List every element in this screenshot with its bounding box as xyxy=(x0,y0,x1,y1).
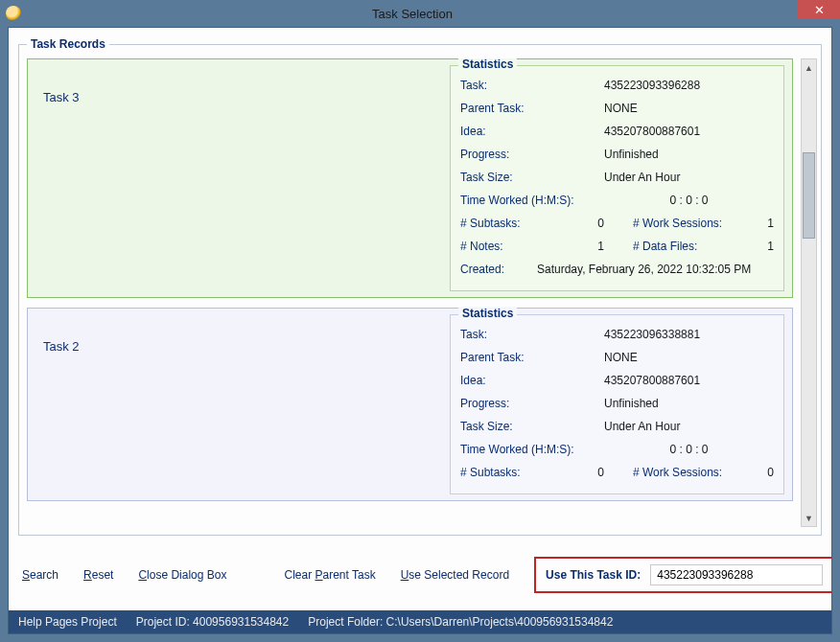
stat-label-subtasks: # Subtasks: xyxy=(460,466,585,479)
stat-value-subtasks: 0 xyxy=(585,466,633,479)
close-dialog-link[interactable]: Close Dialog Box xyxy=(138,568,226,582)
scroll-down-arrow-icon[interactable]: ▼ xyxy=(802,510,816,526)
task-record[interactable]: Task 2 Statistics Task:435223096338881 P… xyxy=(27,308,793,501)
stat-label-progress: Progress: xyxy=(460,148,604,161)
scroll-track[interactable] xyxy=(802,76,816,510)
statistics-group: Statistics Task:435223093396288 Parent T… xyxy=(450,65,784,291)
stat-value-notes: 1 xyxy=(585,240,633,253)
task-name: Task 2 xyxy=(28,309,450,500)
stat-value-sessions: 1 xyxy=(748,217,774,230)
stat-value-datafiles: 1 xyxy=(748,240,774,253)
stat-value-created: Saturday, February 26, 2022 10:32:05 PM xyxy=(537,263,774,276)
stat-label-task: Task: xyxy=(460,328,604,341)
client-area: Task Records Task 3 Statistics Task:4352… xyxy=(8,27,832,634)
action-bar: Search Reset Close Dialog Box Clear Pare… xyxy=(9,541,831,610)
scroll-thumb[interactable] xyxy=(803,152,815,239)
stat-value-subtasks: 0 xyxy=(585,217,633,230)
task-selection-window: Task Selection ✕ Task Records Task 3 Sta… xyxy=(0,0,840,642)
stat-value-progress: Unfinished xyxy=(604,397,774,410)
close-icon: ✕ xyxy=(814,3,825,17)
stat-value-idea: 435207800887601 xyxy=(604,125,774,138)
use-selected-record-link[interactable]: Use Selected Record xyxy=(401,568,509,582)
stat-label-time: Time Worked (H:M:S): xyxy=(460,443,604,456)
use-this-task-id-label: Use This Task ID: xyxy=(546,568,641,582)
task-record[interactable]: Task 3 Statistics Task:435223093396288 P… xyxy=(27,58,793,298)
content-area: Task Records Task 3 Statistics Task:4352… xyxy=(9,28,831,610)
task-records-legend: Task Records xyxy=(27,37,109,51)
stat-value-time: 0 : 0 : 0 xyxy=(604,443,774,456)
task-name: Task 3 xyxy=(28,59,450,297)
statistics-legend: Statistics xyxy=(458,307,517,320)
scroll-up-arrow-icon[interactable]: ▲ xyxy=(802,59,816,76)
close-button[interactable]: ✕ xyxy=(798,0,840,19)
stat-label-sessions: # Work Sessions: xyxy=(633,466,748,479)
stat-label-subtasks: # Subtasks: xyxy=(460,217,585,230)
stat-label-size: Task Size: xyxy=(460,420,604,433)
statistics-legend: Statistics xyxy=(458,58,517,71)
stat-label-progress: Progress: xyxy=(460,397,604,410)
stat-label-time: Time Worked (H:M:S): xyxy=(460,194,604,207)
stat-label-created: Created: xyxy=(460,263,537,276)
reset-link[interactable]: Reset xyxy=(83,568,113,582)
stat-value-size: Under An Hour xyxy=(604,420,774,433)
records-list: Task 3 Statistics Task:435223093396288 P… xyxy=(27,58,797,527)
stat-value-task: 435223096338881 xyxy=(604,328,774,341)
stat-label-size: Task Size: xyxy=(460,171,604,184)
window-title: Task Selection xyxy=(27,7,798,21)
stat-value-time: 0 : 0 : 0 xyxy=(604,194,774,207)
stat-value-progress: Unfinished xyxy=(604,148,774,161)
status-project-folder: Project Folder: C:\Users\Darren\Projects… xyxy=(308,615,613,629)
stat-value-task: 435223093396288 xyxy=(604,79,774,92)
stat-label-datafiles: # Data Files: xyxy=(633,240,748,253)
statistics-group: Statistics Task:435223096338881 Parent T… xyxy=(450,314,784,494)
stat-value-sessions: 0 xyxy=(748,466,774,479)
stat-label-notes: # Notes: xyxy=(460,240,585,253)
stat-value-size: Under An Hour xyxy=(604,171,774,184)
stat-value-parent: NONE xyxy=(604,102,774,115)
stat-value-parent: NONE xyxy=(604,351,774,364)
titlebar[interactable]: Task Selection ✕ xyxy=(0,0,840,27)
task-records-group: Task Records Task 3 Statistics Task:4352… xyxy=(18,37,822,536)
status-project-id: Project ID: 400956931534842 xyxy=(136,615,289,629)
clear-parent-task-link[interactable]: Clear Parent Task xyxy=(284,568,375,582)
use-this-task-id-group: Use This Task ID: xyxy=(534,557,831,593)
stat-label-sessions: # Work Sessions: xyxy=(633,217,748,230)
stat-label-parent: Parent Task: xyxy=(460,351,604,364)
search-link[interactable]: Search xyxy=(22,568,58,582)
app-icon xyxy=(6,6,21,21)
stat-label-idea: Idea: xyxy=(460,125,604,138)
stat-label-task: Task: xyxy=(460,79,604,92)
records-scroll: Task 3 Statistics Task:435223093396288 P… xyxy=(27,58,817,527)
status-project-name: Help Pages Project xyxy=(18,615,117,629)
statusbar: Help Pages Project Project ID: 400956931… xyxy=(9,610,831,633)
stat-label-parent: Parent Task: xyxy=(460,102,604,115)
records-scrollbar[interactable]: ▲ ▼ xyxy=(801,58,817,527)
use-this-task-id-input[interactable] xyxy=(650,564,823,585)
stat-value-idea: 435207800887601 xyxy=(604,374,774,387)
stat-label-idea: Idea: xyxy=(460,374,604,387)
